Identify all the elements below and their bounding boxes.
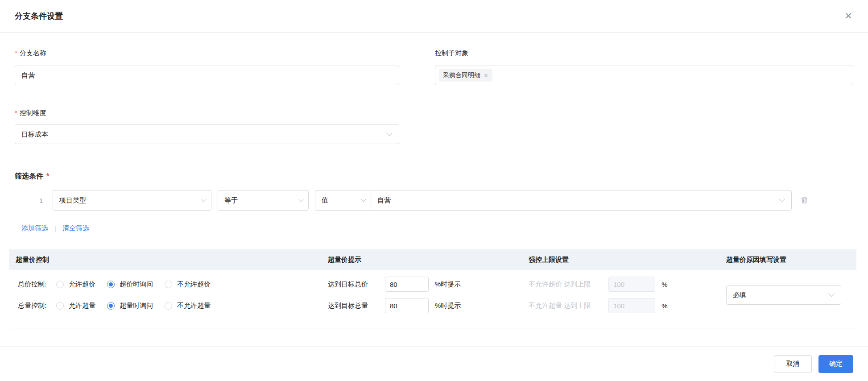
force-limit-input (608, 298, 655, 313)
radio-icon[interactable] (107, 281, 115, 288)
filter-row-index: 1 (39, 197, 53, 204)
branch-name-input[interactable] (15, 66, 399, 85)
chevron-down-icon (779, 196, 785, 202)
filter-field-select[interactable]: 项目类型 (53, 190, 211, 211)
filter-value-type-select[interactable]: 值 (315, 190, 371, 211)
close-icon[interactable]: ✕ (842, 10, 855, 22)
required-mark: * (15, 109, 17, 116)
selected-tag: 采购合同明细 ✕ (439, 69, 492, 82)
chevron-down-icon (201, 197, 206, 202)
reason-required-select[interactable]: 必填 (726, 285, 841, 305)
filter-operator-select[interactable]: 等于 (218, 190, 309, 211)
chevron-down-icon (298, 197, 303, 202)
radio-icon[interactable] (56, 302, 64, 310)
radio-icon[interactable] (107, 302, 115, 310)
header-reason-setting: 超量价原因填写设置 (718, 256, 856, 264)
force-limit-label: 不允许超价 达到上限 (529, 280, 591, 289)
control-sub-object-input[interactable]: 采购合同明细 ✕ (435, 66, 853, 85)
delete-filter-button[interactable] (800, 195, 809, 205)
filter-row: 1 项目类型 等于 值 自营 (15, 190, 853, 211)
radio-icon[interactable] (165, 302, 172, 310)
force-limit-label: 不允许超量 达到上限 (529, 302, 591, 310)
trash-icon (800, 195, 809, 204)
radio-option-forbid-overprice[interactable]: 不允许超价 (165, 280, 211, 289)
filter-divider (35, 218, 853, 218)
cancel-button[interactable]: 取消 (774, 355, 812, 373)
radio-option-forbid-overqty[interactable]: 不允许超量 (165, 302, 211, 310)
header-overrun-prompt: 超量价提示 (321, 256, 521, 264)
branch-name-label: *分支名称 (15, 49, 399, 58)
table-row: 总价控制: 允许超价 超价时询问 不允许超价 (9, 273, 718, 295)
dialog-title: 分支条件设置 (15, 11, 63, 21)
radio-option-allow-overqty[interactable]: 允许超量 (56, 302, 95, 310)
table-header-row: 超量价控制 超量价提示 强控上限设置 超量价原因填写设置 (9, 249, 856, 270)
radio-icon[interactable] (165, 281, 172, 288)
chevron-down-icon (386, 130, 393, 136)
add-filter-link[interactable]: 添加筛选 (21, 224, 48, 232)
percent-unit: % (661, 281, 667, 288)
header-force-limit: 强控上限设置 (521, 256, 718, 264)
prompt-suffix: %时提示 (435, 280, 461, 289)
force-limit-input (608, 277, 655, 292)
required-mark: * (15, 49, 17, 57)
prompt-threshold-input[interactable] (385, 277, 429, 292)
dialog-header: 分支条件设置 ✕ (0, 0, 868, 33)
filter-section-title: 筛选条件* (15, 172, 853, 181)
table-row: 总量控制: 允许超量 超量时询问 不允许超量 (9, 295, 718, 316)
control-sub-object-label: 控制子对象 (435, 49, 853, 58)
control-dimension-label: *控制维度 (15, 108, 399, 117)
chevron-down-icon (361, 197, 366, 202)
prompt-suffix: %时提示 (435, 302, 461, 310)
chevron-down-icon (828, 290, 835, 297)
tag-remove-icon[interactable]: ✕ (484, 72, 488, 79)
header-overrun-control: 超量价控制 (9, 256, 321, 264)
row-label: 总量控制: (18, 302, 46, 310)
dialog-body: *分支名称 控制子对象 采购合同明细 ✕ *控制维度 目标成本 (0, 33, 868, 346)
prompt-threshold-input[interactable] (385, 298, 429, 313)
filter-value-select[interactable]: 自营 (371, 190, 792, 211)
row-label: 总价控制: (18, 280, 46, 289)
dialog-footer: 取消 确定 (0, 346, 868, 381)
prompt-prefix: 达到目标总量 (328, 302, 368, 310)
branch-condition-dialog: 分支条件设置 ✕ *分支名称 控制子对象 采购合同明细 ✕ (0, 0, 868, 381)
control-dimension-select[interactable]: 目标成本 (15, 124, 399, 144)
tag-label: 采购合同明细 (443, 71, 480, 79)
required-mark: * (46, 172, 49, 180)
prompt-prefix: 达到目标总价 (328, 280, 368, 289)
link-separator: | (54, 224, 56, 232)
radio-icon[interactable] (56, 281, 64, 288)
percent-unit: % (661, 302, 667, 310)
clear-filter-link[interactable]: 清空筛选 (62, 224, 89, 232)
reason-required-value: 必填 (733, 291, 746, 299)
confirm-button[interactable]: 确定 (818, 355, 853, 373)
radio-option-ask-on-overqty[interactable]: 超量时询问 (107, 302, 153, 310)
overrun-control-table: 超量价控制 超量价提示 强控上限设置 超量价原因填写设置 总价控制: 允许超价 (9, 249, 856, 328)
control-dimension-value: 目标成本 (21, 130, 48, 139)
radio-option-ask-on-overprice[interactable]: 超价时询问 (107, 280, 153, 289)
radio-option-allow-overprice[interactable]: 允许超价 (56, 280, 95, 289)
